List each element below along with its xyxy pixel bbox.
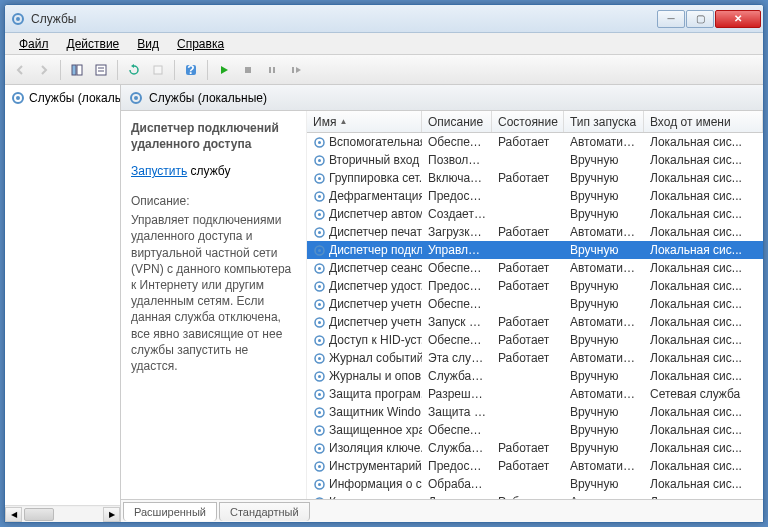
column-logon[interactable]: Вход от имени (644, 111, 763, 132)
service-row[interactable]: Инструментарий ...Предоста...РаботаетАвт… (307, 457, 763, 475)
menu-help[interactable]: Справка (169, 35, 232, 53)
menubar: Файл Действие Вид Справка (5, 33, 763, 55)
minimize-button[interactable]: ─ (657, 10, 685, 28)
svg-point-27 (318, 213, 321, 216)
service-name: Защитник Windo... (329, 405, 422, 419)
service-row[interactable]: Вторичный вход ...Позволяет...ВручнуюЛок… (307, 151, 763, 169)
menu-action[interactable]: Действие (59, 35, 128, 53)
help-button[interactable]: ? (180, 59, 202, 81)
gear-icon (313, 280, 326, 293)
service-state: Работает (492, 224, 564, 240)
service-state: Работает (492, 170, 564, 186)
stop-service-button[interactable] (237, 59, 259, 81)
tree-hscrollbar[interactable]: ◀ ▶ (5, 505, 120, 522)
service-row[interactable]: Защищенное хра...Обеспечи...ВручнуюЛокал… (307, 421, 763, 439)
svg-point-21 (318, 159, 321, 162)
close-button[interactable]: ✕ (715, 10, 761, 28)
svg-point-45 (318, 375, 321, 378)
service-row[interactable]: Вспомогательная...Обеспечи...РаботаетАвт… (307, 133, 763, 151)
service-row[interactable]: Информация о с...Обрабатк...ВручнуюЛокал… (307, 475, 763, 493)
service-name: Изоляция ключе... (329, 441, 422, 455)
description-label: Описание: (131, 194, 296, 208)
service-startup: Вручную (564, 242, 644, 258)
service-row[interactable]: Диспетчер удост...Предоста...РаботаетВру… (307, 277, 763, 295)
service-name: Журналы и опов... (329, 369, 422, 383)
column-description[interactable]: Описание (422, 111, 492, 132)
service-desc: Включает ... (422, 170, 492, 186)
service-logon: Локальная сис... (644, 332, 763, 348)
svg-point-25 (318, 195, 321, 198)
svg-point-43 (318, 357, 321, 360)
service-desc: Обеспечи... (422, 296, 492, 312)
service-startup: Автоматиче... (564, 224, 644, 240)
service-row[interactable]: Клиент группово...Данная сл...РаботаетАв… (307, 493, 763, 499)
service-state: Работает (492, 314, 564, 330)
service-row[interactable]: Изоляция ключе...Служба из...РаботаетВру… (307, 439, 763, 457)
service-startup: Вручную (564, 206, 644, 222)
service-desc: Позволяет... (422, 152, 492, 168)
service-desc: Загрузка ... (422, 224, 492, 240)
service-row[interactable]: Журналы и опов...Служба ж...ВручнуюЛокал… (307, 367, 763, 385)
service-startup: Вручную (564, 422, 644, 438)
service-row[interactable]: Диспетчер учетн...Обеспечи...ВручнуюЛока… (307, 295, 763, 313)
column-startup[interactable]: Тип запуска (564, 111, 644, 132)
start-service-button[interactable] (213, 59, 235, 81)
service-state (492, 159, 564, 161)
service-row[interactable]: Доступ к HID-уст...Обеспечи...РаботаетВр… (307, 331, 763, 349)
svg-rect-7 (154, 66, 162, 74)
scroll-thumb[interactable] (24, 508, 54, 521)
export-button[interactable] (147, 59, 169, 81)
properties-button[interactable] (90, 59, 112, 81)
service-state: Работает (492, 260, 564, 276)
menu-view[interactable]: Вид (129, 35, 167, 53)
service-state: Работает (492, 494, 564, 499)
nav-forward-button[interactable] (33, 59, 55, 81)
gear-icon (313, 172, 326, 185)
service-row[interactable]: Защита програм...Разрешает...Автоматиче.… (307, 385, 763, 403)
service-state (492, 429, 564, 431)
service-logon: Локальная сис... (644, 224, 763, 240)
maximize-button[interactable]: ▢ (686, 10, 714, 28)
gear-icon (313, 136, 326, 149)
gear-icon (313, 262, 326, 275)
service-logon: Локальная сис... (644, 152, 763, 168)
service-startup: Вручную (564, 152, 644, 168)
restart-service-button[interactable] (285, 59, 307, 81)
tree-root-item[interactable]: Службы (локалы (9, 89, 116, 107)
column-name[interactable]: Имя▲ (307, 111, 422, 132)
nav-back-button[interactable] (9, 59, 31, 81)
service-row[interactable]: Журнал событий...Эта служб...РаботаетАвт… (307, 349, 763, 367)
service-row[interactable]: Дефрагментация ...Предоста...ВручнуюЛока… (307, 187, 763, 205)
refresh-button[interactable] (123, 59, 145, 81)
svg-rect-12 (273, 67, 275, 73)
show-hide-tree-button[interactable] (66, 59, 88, 81)
pause-service-button[interactable] (261, 59, 283, 81)
tab-extended[interactable]: Расширенный (123, 502, 217, 521)
service-row[interactable]: Диспетчер печатиЗагрузка ...РаботаетАвто… (307, 223, 763, 241)
menu-file[interactable]: Файл (11, 35, 57, 53)
scroll-right-arrow[interactable]: ▶ (103, 507, 120, 522)
service-row[interactable]: Диспетчер учетн...Запуск это...РаботаетА… (307, 313, 763, 331)
service-row[interactable]: Защитник Windo...Защита от...ВручнуюЛока… (307, 403, 763, 421)
service-state: Работает (492, 440, 564, 456)
service-name: Защищенное хра... (329, 423, 422, 437)
svg-point-37 (318, 303, 321, 306)
column-state[interactable]: Состояние (492, 111, 564, 132)
service-desc: Обрабатк... (422, 476, 492, 492)
service-startup: Автоматиче... (564, 386, 644, 402)
tab-standard[interactable]: Стандартный (219, 502, 310, 521)
service-name: Диспетчер подкл... (329, 243, 422, 257)
svg-point-1 (16, 17, 20, 21)
service-row[interactable]: Диспетчер сеанс...Обеспечи...РаботаетАвт… (307, 259, 763, 277)
service-row[interactable]: Диспетчер автом...Создает п...ВручнуюЛок… (307, 205, 763, 223)
svg-point-19 (318, 141, 321, 144)
service-row[interactable]: Группировка сет...Включает ...РаботаетВр… (307, 169, 763, 187)
service-logon: Локальная сис... (644, 476, 763, 492)
service-startup: Вручную (564, 332, 644, 348)
service-row[interactable]: Диспетчер подкл...Управляет...ВручнуюЛок… (307, 241, 763, 259)
svg-text:?: ? (187, 63, 194, 77)
svg-point-49 (318, 411, 321, 414)
service-state: Работает (492, 134, 564, 150)
scroll-left-arrow[interactable]: ◀ (5, 507, 22, 522)
start-service-link[interactable]: Запустить (131, 164, 187, 178)
